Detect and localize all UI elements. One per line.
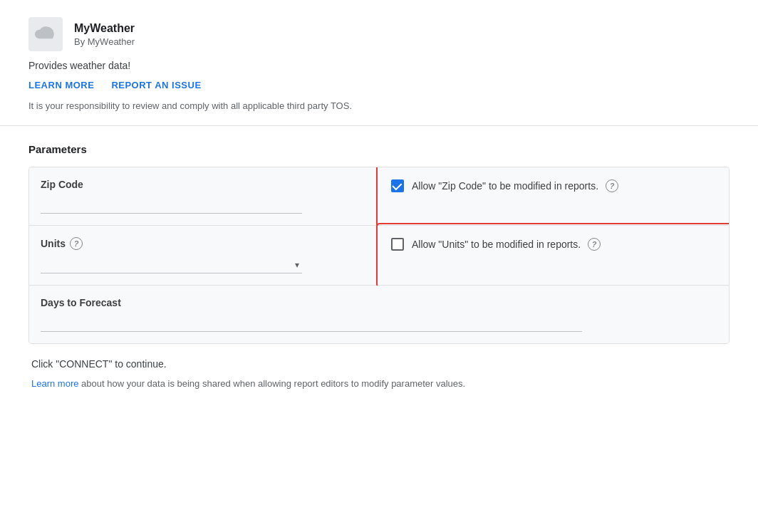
zip-code-help-icon[interactable]: ? bbox=[606, 179, 618, 192]
zip-code-allow-text: Allow "Zip Code" to be modified in repor… bbox=[412, 180, 598, 192]
days-input[interactable] bbox=[41, 314, 582, 332]
param-right-units: Allow "Units" to be modified in reports.… bbox=[379, 226, 729, 285]
tos-text: It is your responsibility to review and … bbox=[28, 100, 730, 111]
zip-code-label: Zip Code bbox=[41, 179, 368, 190]
app-title-block: MyWeather By MyWeather bbox=[74, 22, 135, 47]
units-allow-row: Allow "Units" to be modified in reports.… bbox=[390, 237, 717, 251]
app-header: MyWeather By MyWeather bbox=[28, 17, 730, 51]
app-name: MyWeather bbox=[74, 22, 135, 35]
zip-code-input[interactable] bbox=[41, 196, 302, 214]
units-allow-text: Allow "Units" to be modified in reports. bbox=[412, 239, 581, 250]
divider bbox=[0, 125, 758, 126]
param-row-zip-code: Zip Code Allow "Zip Code" to be modified… bbox=[29, 167, 729, 226]
app-links: LEARN MORE REPORT AN ISSUE bbox=[28, 80, 730, 90]
units-allow-help-icon[interactable]: ? bbox=[588, 238, 601, 251]
zip-code-checkbox-checked bbox=[391, 179, 404, 192]
units-label: Units ? bbox=[41, 237, 368, 250]
units-label-help-icon[interactable]: ? bbox=[70, 237, 83, 250]
connect-text: Click "CONNECT" to continue. bbox=[31, 358, 727, 370]
param-row-days-to-forecast: Days to Forecast bbox=[29, 286, 729, 343]
footer-suffix: about how your data is being shared when… bbox=[78, 378, 465, 389]
report-issue-link[interactable]: REPORT AN ISSUE bbox=[111, 80, 201, 90]
units-checkbox[interactable] bbox=[390, 237, 405, 251]
param-left-days: Days to Forecast bbox=[29, 286, 729, 343]
parameters-title: Parameters bbox=[28, 143, 730, 155]
zip-code-allow-row: Allow "Zip Code" to be modified in repor… bbox=[390, 179, 717, 193]
app-description: Provides weather data! bbox=[28, 60, 730, 71]
units-select[interactable]: Imperial Metric bbox=[41, 256, 302, 273]
app-by: By MyWeather bbox=[74, 36, 135, 47]
units-checkbox-unchecked bbox=[391, 238, 404, 251]
zip-code-checkbox[interactable] bbox=[390, 179, 405, 193]
app-icon bbox=[28, 17, 63, 51]
param-row-units: Units ? Imperial Metric ▾ bbox=[29, 226, 729, 286]
units-select-wrapper: Imperial Metric ▾ bbox=[41, 256, 302, 273]
footer-section: Click "CONNECT" to continue. Learn more … bbox=[28, 358, 730, 389]
learn-more-link[interactable]: LEARN MORE bbox=[28, 80, 94, 90]
param-right-zip-code: Allow "Zip Code" to be modified in repor… bbox=[379, 167, 729, 225]
days-label: Days to Forecast bbox=[41, 297, 717, 308]
param-left-zip-code: Zip Code bbox=[29, 167, 379, 225]
footer-learn-more-link[interactable]: Learn more bbox=[31, 378, 78, 389]
footer-learn-more-text: Learn more about how your data is being … bbox=[31, 378, 727, 389]
parameters-container: Zip Code Allow "Zip Code" to be modified… bbox=[28, 167, 730, 344]
param-left-units: Units ? Imperial Metric ▾ bbox=[29, 226, 379, 285]
